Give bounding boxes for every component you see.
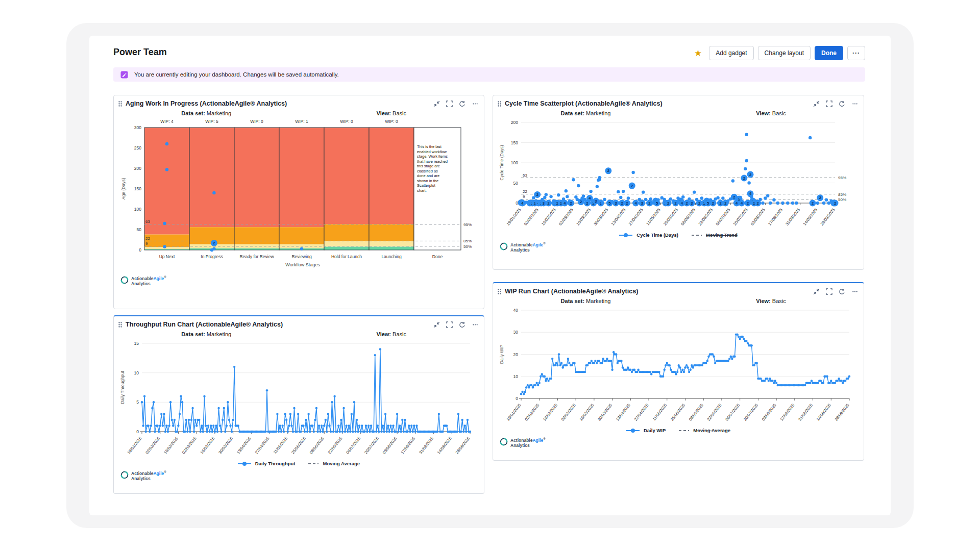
drag-handle-icon[interactable] <box>118 101 122 107</box>
refresh-icon[interactable] <box>839 101 845 107</box>
svg-text:chart.: chart. <box>417 188 427 193</box>
app-frame: Power Team ★ Add gadget Change layout Do… <box>66 23 914 528</box>
logo-reg: ® <box>543 437 545 440</box>
legend-series-marker[interactable] <box>626 428 640 433</box>
legend-dash-marker[interactable] <box>679 428 689 433</box>
svg-text:Reviewing: Reviewing <box>291 254 311 259</box>
gadget-more-icon[interactable] <box>851 101 859 107</box>
svg-text:Launching: Launching <box>381 254 402 259</box>
svg-text:WIP: 1: WIP: 1 <box>295 119 308 124</box>
expand-icon[interactable] <box>446 101 453 107</box>
svg-text:27/04/2025: 27/04/2025 <box>633 403 650 422</box>
logo-text-analytics: Analytics <box>131 476 151 481</box>
view-label: View: <box>377 331 391 337</box>
expand-icon[interactable] <box>446 321 453 328</box>
view-label: View: <box>756 110 771 116</box>
svg-text:08/06/2025: 08/06/2025 <box>688 403 704 422</box>
legend-series-marker[interactable] <box>619 233 632 238</box>
svg-text:15: 15 <box>134 341 139 346</box>
svg-text:16/03/2025: 16/03/2025 <box>200 436 216 455</box>
svg-text:300: 300 <box>134 125 141 130</box>
svg-text:Daily WIP: Daily WIP <box>499 345 504 364</box>
gadget-more-icon[interactable] <box>851 288 859 295</box>
add-gadget-button[interactable]: Add gadget <box>709 46 753 60</box>
favorite-star-icon[interactable]: ★ <box>691 48 705 58</box>
gadget-title: Cycle Time Scatterplot (ActionableAgile®… <box>505 100 810 107</box>
svg-text:WIP: 0: WIP: 0 <box>385 119 398 124</box>
svg-text:0: 0 <box>139 247 141 253</box>
svg-text:2: 2 <box>812 201 814 206</box>
done-button[interactable]: Done <box>815 46 843 60</box>
expand-icon[interactable] <box>826 288 832 295</box>
collapse-icon[interactable] <box>433 321 440 328</box>
dashboard-screen: Power Team ★ Add gadget Change layout Do… <box>89 36 891 515</box>
drag-handle-icon[interactable] <box>497 288 502 295</box>
svg-text:30: 30 <box>513 330 519 335</box>
svg-text:28/09/2025: 28/09/2025 <box>820 207 836 227</box>
collapse-icon[interactable] <box>433 101 440 107</box>
collapse-icon[interactable] <box>813 101 820 107</box>
svg-text:2: 2 <box>631 184 633 188</box>
svg-text:2: 2 <box>819 195 821 200</box>
gadget-cycle-time-scatterplot: Cycle Time Scatterplot (ActionableAgile®… <box>493 95 864 270</box>
svg-text:16/02/2025: 16/02/2025 <box>163 436 179 455</box>
refresh-icon[interactable] <box>839 288 845 295</box>
wip-run-chart: 010203040Daily WIP19/01/202502/02/202516… <box>498 304 864 429</box>
svg-text:5: 5 <box>656 201 658 206</box>
legend-secondary-label[interactable]: Moving Average <box>693 428 730 433</box>
svg-text:16/02/2025: 16/02/2025 <box>542 403 558 422</box>
actionable-agile-logo: ActionableAgile®Analytics <box>499 242 864 253</box>
svg-text:WIP: 5: WIP: 5 <box>205 119 218 124</box>
legend-primary-label[interactable]: Daily WIP <box>644 428 666 433</box>
gadget-config-row: Data set: Marketing View: Basic <box>114 110 484 116</box>
svg-text:that have reached: that have reached <box>417 159 448 164</box>
view-value: Basic <box>393 331 406 337</box>
legend-primary-label[interactable]: Cycle Time (Days) <box>636 232 678 238</box>
svg-text:95%: 95% <box>838 176 846 180</box>
logo-reg: ® <box>543 242 545 245</box>
legend-dash-marker[interactable] <box>308 461 318 466</box>
data-set-value: Marketing <box>586 110 610 116</box>
svg-text:17/08/2025: 17/08/2025 <box>767 207 783 227</box>
logo-icon <box>120 276 129 285</box>
svg-text:02/03/2025: 02/03/2025 <box>560 403 577 422</box>
svg-text:19/01/2025: 19/01/2025 <box>127 436 143 455</box>
svg-text:150: 150 <box>511 140 518 145</box>
svg-text:08/06/2025: 08/06/2025 <box>309 436 325 455</box>
data-set-label: Data set: <box>181 331 205 337</box>
svg-text:Scatterplot: Scatterplot <box>417 183 436 188</box>
legend-secondary-label[interactable]: Moving Trend <box>706 232 738 238</box>
more-menu-button[interactable]: ··· <box>847 46 865 60</box>
legend-dash-marker[interactable] <box>692 233 702 238</box>
actionable-agile-logo: ActionableAgile®Analytics <box>120 470 484 481</box>
legend-series-marker[interactable] <box>238 461 251 466</box>
svg-text:3: 3 <box>543 201 545 206</box>
gadget-title: Aging Work In Progress (ActionableAgile®… <box>126 100 430 107</box>
gadget-config-row: Data set: Marketing View: Basic <box>493 298 864 304</box>
legend-primary-label[interactable]: Daily Throughput <box>255 461 296 466</box>
svg-text:28/09/2025: 28/09/2025 <box>455 436 471 455</box>
change-layout-button[interactable]: Change layout <box>758 46 811 60</box>
view-label: View: <box>377 110 391 116</box>
svg-text:27/04/2025: 27/04/2025 <box>254 436 271 455</box>
svg-text:40: 40 <box>513 308 519 313</box>
svg-text:10: 10 <box>134 370 139 375</box>
edit-mode-banner: You are currently editing your dashboard… <box>113 67 865 82</box>
svg-text:Cycle Time (Days): Cycle Time (Days) <box>499 145 504 181</box>
svg-text:Done: Done <box>432 254 443 259</box>
svg-text:63: 63 <box>145 219 150 224</box>
logo-text-analytics: Analytics <box>510 247 530 253</box>
gadget-more-icon[interactable] <box>472 321 479 328</box>
drag-handle-icon[interactable] <box>118 321 122 328</box>
svg-text:this stage are: this stage are <box>417 164 440 168</box>
legend-secondary-label[interactable]: Moving Average <box>323 461 360 466</box>
refresh-icon[interactable] <box>459 101 465 107</box>
expand-icon[interactable] <box>826 101 832 107</box>
drag-handle-icon[interactable] <box>497 101 502 107</box>
collapse-icon[interactable] <box>813 288 820 295</box>
gadget-more-icon[interactable] <box>472 101 479 107</box>
gadget-title: Throughput Run Chart (ActionableAgile® A… <box>126 321 430 328</box>
svg-text:In Progress: In Progress <box>201 254 223 259</box>
refresh-icon[interactable] <box>459 321 465 328</box>
svg-text:0: 0 <box>136 429 139 434</box>
